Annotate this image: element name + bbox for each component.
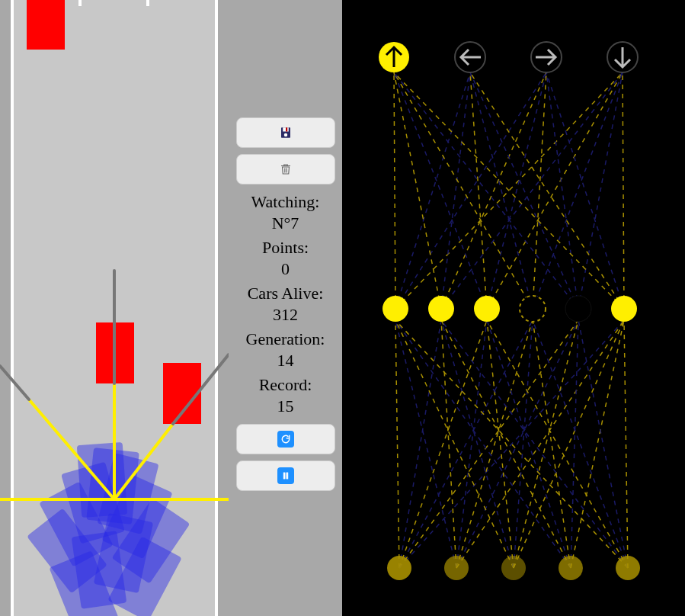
- svg-line-54: [441, 320, 514, 568]
- input-node: [616, 556, 640, 580]
- svg-line-45: [399, 320, 578, 568]
- controls-panel: Watching: N°7 Points: 0 Cars Alive: 312 …: [229, 0, 342, 616]
- svg-rect-15: [283, 473, 285, 479]
- trash-icon: [279, 162, 293, 176]
- svg-line-1: [29, 399, 114, 499]
- pause-button[interactable]: [236, 460, 335, 491]
- save-button[interactable]: [236, 117, 335, 148]
- hidden-node: [520, 296, 546, 322]
- svg-line-59: [395, 320, 571, 568]
- points-label: Points:: [262, 238, 309, 258]
- generation-value: 14: [277, 351, 294, 371]
- svg-line-61: [487, 320, 571, 568]
- watching-label: Watching:: [251, 192, 320, 212]
- svg-line-27: [487, 72, 546, 309]
- sensor-rays: [0, 0, 229, 616]
- svg-line-68: [533, 320, 628, 568]
- output-down: [607, 42, 638, 72]
- nn-edges-bottom: [395, 320, 628, 568]
- input-node: [444, 556, 469, 580]
- svg-line-63: [571, 320, 578, 568]
- svg-line-69: [578, 320, 628, 568]
- svg-line-55: [487, 320, 514, 568]
- pause-icon: [277, 467, 294, 484]
- svg-line-46: [399, 320, 624, 568]
- alive-label: Cars Alive:: [248, 284, 324, 303]
- delete-button[interactable]: [236, 154, 335, 184]
- hidden-node: [428, 296, 454, 322]
- svg-line-36: [578, 72, 623, 309]
- svg-line-28: [487, 72, 623, 309]
- svg-line-24: [441, 72, 623, 309]
- svg-line-44: [399, 320, 533, 568]
- svg-line-32: [533, 72, 623, 309]
- svg-line-6: [0, 366, 29, 399]
- svg-line-2: [114, 424, 173, 499]
- points-value: 0: [281, 259, 290, 279]
- svg-line-67: [487, 320, 628, 568]
- hidden-node: [611, 296, 637, 322]
- svg-line-22: [441, 72, 470, 309]
- svg-line-49: [456, 320, 487, 568]
- watching-value: N°7: [272, 213, 299, 233]
- svg-line-41: [395, 320, 399, 568]
- svg-line-66: [441, 320, 628, 568]
- svg-line-31: [533, 72, 546, 309]
- svg-line-17: [394, 72, 395, 309]
- generation-label: Generation:: [246, 329, 325, 349]
- input-node: [387, 556, 411, 580]
- svg-line-18: [395, 72, 470, 309]
- svg-point-11: [283, 133, 287, 137]
- reset-button[interactable]: [236, 424, 335, 454]
- hidden-node: [383, 296, 408, 322]
- svg-line-51: [456, 320, 578, 568]
- svg-line-7: [173, 355, 229, 424]
- nn-edges-top: [394, 72, 624, 309]
- input-node: [559, 556, 583, 580]
- output-right: [531, 42, 562, 72]
- network-panel: [342, 0, 685, 616]
- svg-line-39: [546, 72, 624, 309]
- svg-line-40: [623, 72, 624, 309]
- alive-value: 312: [273, 305, 298, 325]
- svg-rect-10: [286, 127, 287, 131]
- output-left: [455, 42, 485, 72]
- svg-line-70: [624, 320, 628, 568]
- svg-line-37: [394, 72, 624, 309]
- svg-line-57: [514, 320, 578, 568]
- svg-line-50: [456, 320, 533, 568]
- input-node: [501, 556, 526, 580]
- road-panel: [0, 0, 229, 616]
- record-value: 15: [277, 396, 294, 416]
- svg-line-29: [394, 72, 533, 309]
- record-label: Record:: [259, 375, 312, 395]
- svg-line-21: [394, 72, 441, 309]
- svg-line-64: [571, 320, 624, 568]
- refresh-icon: [277, 431, 294, 448]
- save-icon: [279, 126, 293, 140]
- hidden-node: [474, 296, 500, 322]
- svg-rect-16: [286, 473, 287, 479]
- hidden-node: [565, 296, 591, 322]
- svg-line-42: [399, 320, 441, 568]
- svg-line-52: [456, 320, 624, 568]
- output-up: [379, 42, 409, 72]
